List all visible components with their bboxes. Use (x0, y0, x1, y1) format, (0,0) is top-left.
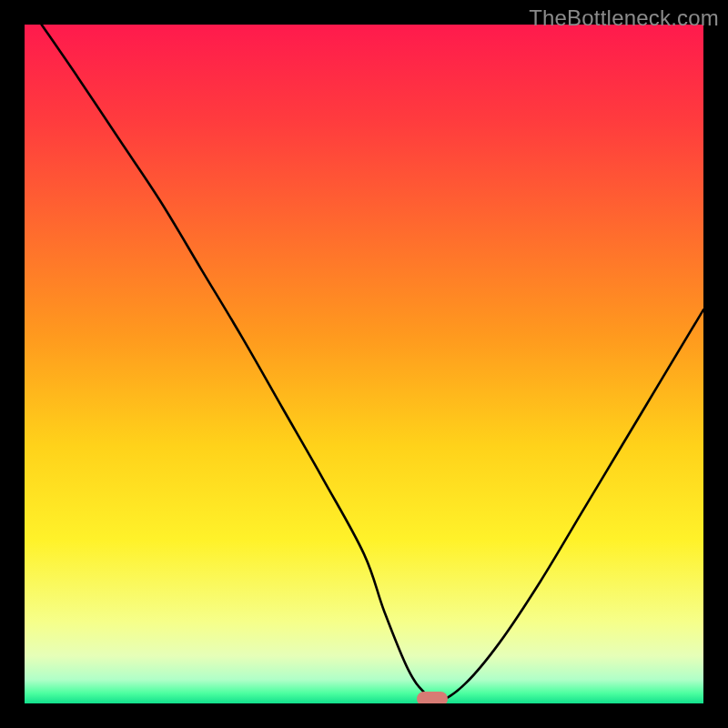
plot-region (25, 25, 703, 703)
watermark-label: TheBottleneck.com (529, 5, 719, 31)
chart-frame: TheBottleneck.com (0, 0, 728, 728)
bottleneck-chart (25, 25, 703, 703)
gradient-background (25, 25, 703, 703)
optimum-marker (417, 692, 448, 703)
